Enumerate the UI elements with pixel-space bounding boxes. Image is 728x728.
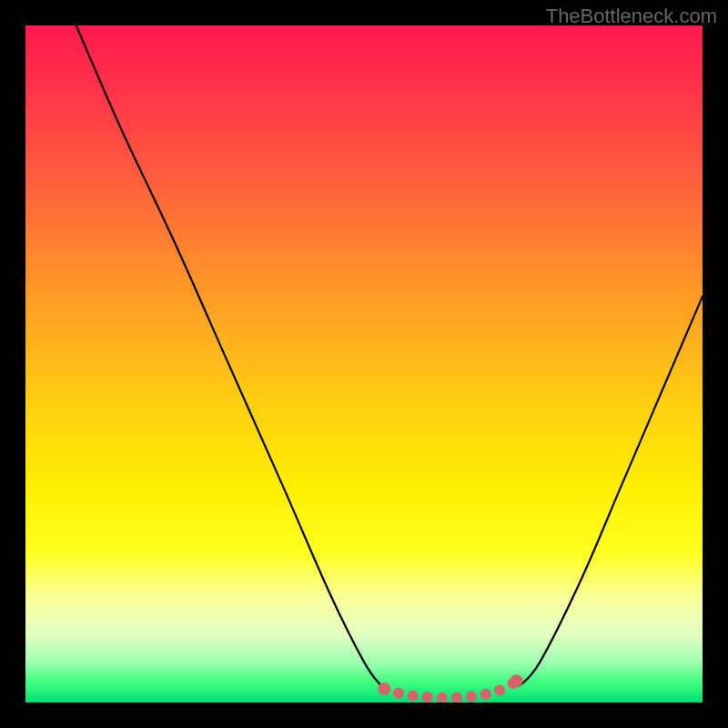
right-curve [520,297,703,686]
chart-area [25,25,703,703]
watermark-text: TheBottleneck.com [546,5,717,28]
left-curve [76,25,381,685]
curve-svg-layer [25,25,703,703]
bottom-dots-endpoint [378,682,390,695]
bottom-dots [384,681,516,698]
curve-group [76,25,703,698]
bottom-dots-endpoint [510,674,522,687]
